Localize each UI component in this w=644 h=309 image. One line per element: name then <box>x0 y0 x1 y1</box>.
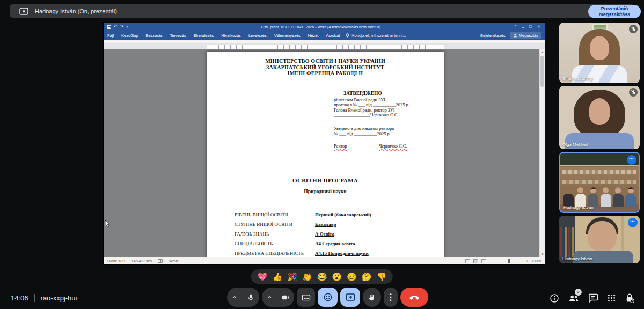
reaction-surprised[interactable]: 😮 <box>332 273 342 281</box>
end-call-button[interactable] <box>400 288 428 307</box>
close-icon[interactable]: ✕ <box>537 25 540 29</box>
present-button[interactable] <box>340 288 360 307</box>
field-label: РІВЕНЬ ВИЩОЇ ОСВІТИ <box>235 212 288 217</box>
reactions-button[interactable] <box>318 288 338 307</box>
word-count[interactable]: 14/7417 szó <box>131 259 152 263</box>
document-page[interactable]: МІНІСТЕРСТВО ОСВІТИ І НАУКИ УКРАЇНИ ЗАКА… <box>207 52 444 257</box>
web-layout-icon[interactable] <box>481 259 486 263</box>
reaction-thinking[interactable]: 🤔 <box>362 273 372 281</box>
host-controls-button[interactable] <box>625 293 634 303</box>
meeting-details-button[interactable] <box>550 293 559 303</box>
read-mode-icon[interactable] <box>465 259 470 263</box>
tab-tervezes[interactable]: Tervezés <box>166 33 190 38</box>
people-button[interactable]: 2 <box>568 293 579 303</box>
camera-button[interactable] <box>262 288 294 307</box>
zoom-level[interactable]: 130% <box>531 259 541 263</box>
mic-button[interactable] <box>227 288 259 307</box>
chevron-up-icon[interactable] <box>231 294 238 300</box>
participant-tile-active[interactable]: ⋯ Hadnagy István <box>559 152 640 213</box>
reaction-thumbs-up[interactable]: 👍 <box>272 273 282 281</box>
word-window: ↶ ↷ ▾ Osv_prohr_BSC_TERMT_2025 - Word (A… <box>104 23 545 264</box>
divider <box>34 294 35 302</box>
participant-tile[interactable]: Emese Zseltvay <box>559 23 640 83</box>
chat-button[interactable] <box>588 293 598 303</box>
document-canvas[interactable]: МІНІСТЕРСТВО ОСВІТИ І НАУКИ УКРАЇНИ ЗАКА… <box>104 49 545 257</box>
bottom-right-panel: 2 <box>550 293 634 303</box>
participant-name: Emese Zseltvay <box>562 76 593 81</box>
save-icon[interactable] <box>107 25 111 29</box>
reaction-heart[interactable]: 💖 <box>258 273 268 281</box>
proofing-icon[interactable] <box>158 259 163 263</box>
participant-name: Hadnagy István <box>562 256 592 261</box>
tab-fajl[interactable]: Fájl <box>104 33 118 38</box>
field-value: А Освіта <box>315 231 334 237</box>
ribbon-collapsed-strip <box>104 40 545 44</box>
participant-tile[interactable]: ⋯ Hadnagy István <box>559 216 640 263</box>
reaction-party[interactable]: 🎉 <box>287 273 297 281</box>
page-indicator[interactable]: Oldal: 1/31 <box>107 259 126 263</box>
more-options-button[interactable] <box>384 288 398 307</box>
participant-filmstrip: Emese Zseltvay Olga Mekhed <box>559 23 640 263</box>
apps-grid-icon <box>607 293 616 303</box>
captions-button[interactable] <box>297 288 315 307</box>
participant-tile[interactable]: Olga Mekhed <box>559 86 640 149</box>
zoom-in-icon[interactable]: + <box>526 259 528 263</box>
google-meet-window: Hadnagy István (Ön, prezentál) Prezentác… <box>0 0 644 309</box>
reaction-cry[interactable]: 😢 <box>347 273 357 281</box>
restore-icon[interactable]: ❐ <box>529 25 532 29</box>
scrollbar-thumb[interactable] <box>540 56 544 87</box>
activities-button[interactable] <box>607 293 616 303</box>
people-count-badge: 2 <box>575 289 582 296</box>
zoom-slider-thumb[interactable] <box>508 259 510 263</box>
ribbon-display-icon[interactable]: ⌃ <box>514 25 517 29</box>
tab-hivatkozas[interactable]: Hivatkozás <box>217 33 245 38</box>
tab-levelezes[interactable]: Levelezés <box>245 33 270 38</box>
field-label: СТУПІНЬ ВИЩОЇ ОСВІТИ <box>235 222 292 227</box>
tab-kezdolap[interactable]: Kezdőlap <box>118 33 142 38</box>
order-block: Уведено в дію наказом ректора № ___ від … <box>334 126 394 136</box>
order-line: № ___ від __________2025 р. <box>334 131 394 137</box>
meeting-code: rao-xxpj-hui <box>41 294 77 302</box>
quick-access-toolbar: ↶ ↷ ▾ <box>107 25 128 29</box>
program-subtitle: Природничі науки <box>207 189 444 194</box>
reaction-thumbs-down[interactable]: 👎 <box>377 273 387 281</box>
sign-in-link[interactable]: Bejelentkezés <box>480 33 506 38</box>
reaction-clap[interactable]: 👏 <box>302 273 312 281</box>
approved-line: ________________Черничко С.С. <box>334 113 438 118</box>
language-indicator[interactable]: ukrán <box>169 259 178 263</box>
word-titlebar: ↶ ↷ ▾ Osv_prohr_BSC_TERMT_2025 - Word (A… <box>104 23 545 31</box>
tab-velemenyezes[interactable]: Véleményezés <box>270 33 304 38</box>
approved-block: ЗАТВЕРДЖЕНО рішенням Вченої ради ЗУІ про… <box>334 91 438 118</box>
vertical-scrollbar[interactable]: ▲ ▼ <box>539 49 545 257</box>
rector-name: Черничко С.С. <box>379 143 407 149</box>
redo-icon[interactable]: ↷ <box>120 25 124 29</box>
tab-elrendezes[interactable]: Elrendezés <box>190 33 218 38</box>
field-value: Бакалавр <box>315 222 336 227</box>
header-line: ІМЕНІ ФЕРЕНЦА РАКОЦІ ІІ <box>207 70 444 77</box>
scroll-down-icon[interactable]: ▼ <box>540 252 545 257</box>
tab-nezet[interactable]: Nézet <box>304 33 323 38</box>
reaction-joy[interactable]: 😂 <box>317 273 327 281</box>
tile-more-options-icon[interactable]: ⋯ <box>627 155 636 165</box>
scroll-up-icon[interactable]: ▲ <box>540 49 545 55</box>
stop-presentation-button[interactable]: Prezentáció megszakítása <box>588 5 641 18</box>
zoom-out-icon[interactable]: − <box>489 259 492 263</box>
reactions-bar: 💖 👍 🎉 👏 😂 😮 😢 🤔 👎 <box>251 269 393 284</box>
raise-hand-button[interactable] <box>363 288 381 307</box>
tab-acrobat[interactable]: Acrobat <box>322 33 343 38</box>
undo-icon[interactable]: ↶ <box>114 25 118 29</box>
tab-beszuras[interactable]: Beszúrás <box>142 33 166 38</box>
chevron-up-icon[interactable] <box>266 294 273 300</box>
info-icon <box>550 293 559 303</box>
program-title: ОСВІТНЯ ПРОГРАМА <box>207 177 444 183</box>
print-layout-icon[interactable] <box>473 259 478 263</box>
share-button[interactable]: Megosztás <box>510 32 541 39</box>
zoom-slider[interactable] <box>495 261 523 261</box>
tell-me-box[interactable]: Mondja el, mit szeretne tenni... <box>346 33 406 38</box>
header-line: МІНІСТЕРСТВО ОСВІТИ І НАУКИ УКРАЇНИ <box>207 58 444 64</box>
tile-more-options-icon[interactable]: ⋯ <box>628 218 638 227</box>
minimize-icon[interactable]: – <box>522 25 524 29</box>
field-value: Перший (бакалаврський) <box>315 212 371 217</box>
participant-name: Olga Mekhed <box>562 142 588 147</box>
window-controls: ⌃ – ❐ ✕ <box>514 25 540 29</box>
